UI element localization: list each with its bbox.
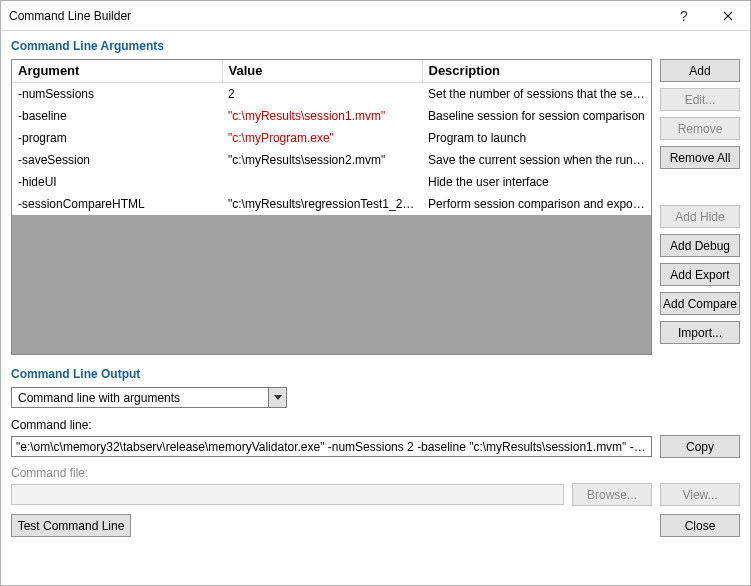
cell-description: Perform session comparison and export th… bbox=[422, 193, 651, 215]
add-button[interactable]: Add bbox=[660, 59, 740, 82]
cell-value bbox=[222, 171, 422, 193]
section-arguments-title: Command Line Arguments bbox=[11, 39, 740, 53]
titlebar: Command Line Builder ? bbox=[1, 1, 750, 31]
cell-value: "c:\myResults\session1.mvm" bbox=[222, 105, 422, 127]
cell-description: Save the current session when the run is… bbox=[422, 149, 651, 171]
copy-button[interactable]: Copy bbox=[660, 435, 740, 458]
command-line-label: Command line: bbox=[11, 418, 740, 432]
close-button[interactable]: Close bbox=[660, 514, 740, 537]
test-command-line-button[interactable]: Test Command Line bbox=[11, 514, 131, 537]
cell-value: "c:\myResults\session2.mvm" bbox=[222, 149, 422, 171]
add-export-button[interactable]: Add Export bbox=[660, 263, 740, 286]
table-row[interactable]: -program"c:\myProgram.exe"Program to lau… bbox=[12, 127, 651, 149]
table-row[interactable]: -numSessions2Set the number of sessions … bbox=[12, 83, 651, 105]
remove-button: Remove bbox=[660, 117, 740, 140]
cell-value: "c:\myResults\regressionTest1_2.ht... bbox=[222, 193, 422, 215]
arguments-table[interactable]: Argument Value Description -numSessions2… bbox=[11, 59, 652, 355]
cell-argument: -hideUI bbox=[12, 171, 222, 193]
cell-value: 2 bbox=[222, 83, 422, 105]
import-button[interactable]: Import... bbox=[660, 321, 740, 344]
window: Command Line Builder ? Command Line Argu… bbox=[0, 0, 751, 586]
section-output-title: Command Line Output bbox=[11, 367, 740, 381]
table-row[interactable]: -saveSession"c:\myResults\session2.mvm"S… bbox=[12, 149, 651, 171]
add-debug-button[interactable]: Add Debug bbox=[660, 234, 740, 257]
output-mode-value: Command line with arguments bbox=[12, 388, 268, 407]
col-description[interactable]: Description bbox=[422, 60, 651, 83]
browse-button: Browse... bbox=[572, 483, 652, 506]
chevron-down-icon[interactable] bbox=[268, 388, 286, 407]
window-title: Command Line Builder bbox=[9, 9, 662, 23]
cell-argument: -program bbox=[12, 127, 222, 149]
output-mode-select[interactable]: Command line with arguments bbox=[11, 387, 287, 408]
cell-argument: -numSessions bbox=[12, 83, 222, 105]
help-button[interactable]: ? bbox=[662, 1, 706, 31]
add-compare-button[interactable]: Add Compare bbox=[660, 292, 740, 315]
close-icon[interactable] bbox=[706, 1, 750, 31]
col-argument[interactable]: Argument bbox=[12, 60, 222, 83]
cell-description: Program to launch bbox=[422, 127, 651, 149]
command-line-field[interactable] bbox=[11, 436, 652, 457]
remove-all-button[interactable]: Remove All bbox=[660, 146, 740, 169]
cell-description: Set the number of sessions that the sess… bbox=[422, 83, 651, 105]
table-row[interactable]: -sessionCompareHTML"c:\myResults\regress… bbox=[12, 193, 651, 215]
cell-value: "c:\myProgram.exe" bbox=[222, 127, 422, 149]
command-file-label: Command file: bbox=[11, 466, 740, 480]
command-file-field bbox=[11, 484, 564, 505]
add-hide-button: Add Hide bbox=[660, 205, 740, 228]
cell-description: Baseline session for session comparison bbox=[422, 105, 651, 127]
edit-button: Edit... bbox=[660, 88, 740, 111]
table-row[interactable]: -baseline"c:\myResults\session1.mvm"Base… bbox=[12, 105, 651, 127]
col-value[interactable]: Value bbox=[222, 60, 422, 83]
table-row[interactable]: -hideUIHide the user interface bbox=[12, 171, 651, 193]
cell-argument: -baseline bbox=[12, 105, 222, 127]
view-button: View... bbox=[660, 483, 740, 506]
arguments-buttons: Add Edit... Remove Remove All Add Hide A… bbox=[660, 59, 740, 355]
cell-description: Hide the user interface bbox=[422, 171, 651, 193]
cell-argument: -saveSession bbox=[12, 149, 222, 171]
cell-argument: -sessionCompareHTML bbox=[12, 193, 222, 215]
